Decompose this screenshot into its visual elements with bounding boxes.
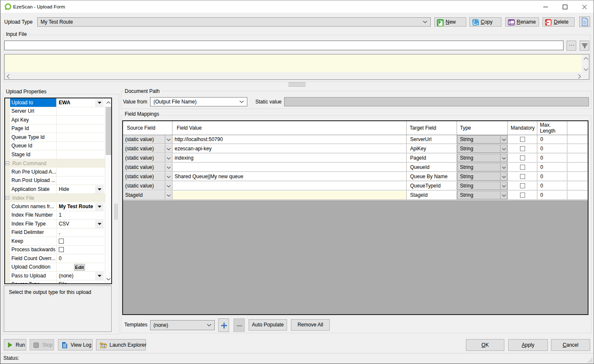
svg-text:1: 1 [473, 19, 475, 23]
svg-text:2: 2 [476, 22, 478, 26]
